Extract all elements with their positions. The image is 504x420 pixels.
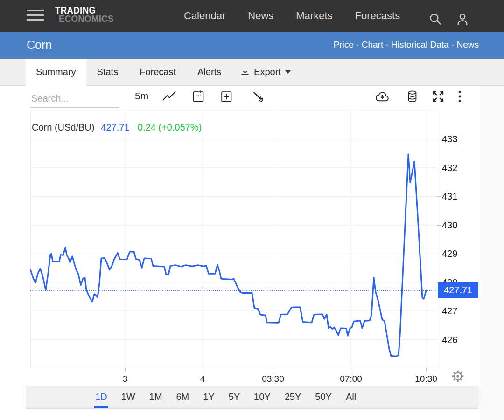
fullscreen-icon[interactable]: [431, 90, 445, 105]
cloud-download-icon[interactable]: [375, 90, 390, 105]
hamburger-icon: [27, 10, 44, 11]
x-axis-label: 4: [200, 374, 205, 384]
y-axis-tick: [437, 340, 441, 340]
range-button-1y[interactable]: 1Y: [202, 386, 215, 408]
y-axis-tick: [437, 168, 441, 168]
compare-add-icon[interactable]: [220, 90, 233, 105]
range-selector: 1D 1W 1M 6M 1Y 5Y 10Y 25Y 50Y All: [26, 386, 479, 409]
page: TRADING ECONOMICS Calendar News Markets …: [0, 0, 504, 420]
wrench-indicators-icon[interactable]: [252, 90, 265, 105]
export-button[interactable]: Export: [232, 59, 298, 85]
download-icon: [239, 67, 251, 78]
x-axis-tick: [351, 368, 351, 371]
tab-alerts[interactable]: Alerts: [187, 59, 232, 85]
x-axis-tick: [125, 368, 126, 371]
interval-selector[interactable]: 5m: [135, 90, 148, 102]
range-button-25y[interactable]: 25Y: [284, 386, 302, 408]
range-button-1w[interactable]: 1W: [120, 386, 136, 408]
chart-type-icon[interactable]: [162, 90, 177, 105]
top-navigation-bar: TRADING ECONOMICS Calendar News Markets …: [0, 0, 504, 32]
more-options-kebab-icon[interactable]: [458, 90, 462, 104]
tab-stats[interactable]: Stats: [86, 59, 129, 85]
y-axis-tick: [437, 311, 441, 311]
tab-summary[interactable]: Summary: [26, 59, 86, 86]
user-icon[interactable]: [455, 12, 469, 28]
page-title: Corn: [27, 32, 52, 58]
range-button-6m[interactable]: 6M: [175, 386, 190, 408]
right-gutter: [479, 86, 504, 420]
symbol-search: [30, 91, 119, 108]
x-axis-tick: [203, 368, 203, 371]
price-badge: 427.71: [438, 282, 478, 298]
x-axis-tick: [273, 368, 273, 371]
x-axis-label: 3: [123, 374, 128, 384]
range-button-5y[interactable]: 5Y: [228, 386, 241, 408]
search-input[interactable]: [30, 91, 119, 108]
caret-down-icon: [285, 70, 291, 74]
nav-item-forecasts[interactable]: Forecasts: [355, 10, 400, 22]
range-button-all[interactable]: All: [345, 386, 357, 408]
nav-item-markets[interactable]: Markets: [296, 10, 332, 22]
y-axis-tick: [437, 225, 441, 226]
y-axis-label: 426: [442, 334, 457, 345]
x-axis-label: 10:30: [415, 374, 437, 384]
y-axis-label: 427: [442, 306, 457, 317]
trading-economics-logo[interactable]: TRADING ECONOMICS: [55, 6, 114, 23]
x-axis-label: 07:00: [340, 374, 362, 384]
nav-item-calendar[interactable]: Calendar: [184, 10, 225, 22]
nav-item-news[interactable]: News: [248, 10, 273, 22]
y-axis-label: 432: [442, 162, 457, 173]
y-axis-label: 430: [442, 220, 457, 230]
range-button-50y[interactable]: 50Y: [314, 386, 333, 408]
y-axis-label: 431: [442, 191, 457, 202]
y-axis-tick: [437, 254, 441, 254]
search-icon[interactable]: [428, 12, 442, 28]
x-axis-tick: [426, 368, 427, 371]
range-button-1d[interactable]: 1D: [94, 386, 108, 408]
instrument-title-bar: Corn Price - Chart - Historical Data - N…: [0, 32, 504, 59]
export-label: Export: [254, 59, 281, 85]
chart-settings-gear-icon[interactable]: [451, 369, 465, 385]
tab-forecast[interactable]: Forecast: [129, 59, 187, 85]
tab-bar: Summary Stats Forecast Alerts Export: [0, 59, 504, 86]
database-icon[interactable]: [406, 90, 419, 105]
y-axis-tick: [437, 196, 441, 197]
chart-panel: 5m: [0, 86, 504, 420]
logo-line2: ECONOMICS: [59, 14, 114, 23]
y-axis-tick: [437, 139, 441, 139]
y-axis-label: 429: [442, 248, 457, 259]
breadcrumb-links[interactable]: Price - Chart - Historical Data - News: [334, 32, 479, 58]
main-menu: Calendar News Markets Forecasts: [184, 0, 400, 32]
y-axis-label: 433: [442, 134, 457, 145]
range-button-10y[interactable]: 10Y: [253, 386, 272, 408]
price-chart[interactable]: [30, 110, 437, 368]
range-button-1m[interactable]: 1M: [148, 386, 163, 408]
hamburger-menu-button[interactable]: [27, 10, 44, 22]
x-axis-label: 03:30: [262, 374, 284, 384]
calendar-icon[interactable]: [192, 90, 205, 105]
